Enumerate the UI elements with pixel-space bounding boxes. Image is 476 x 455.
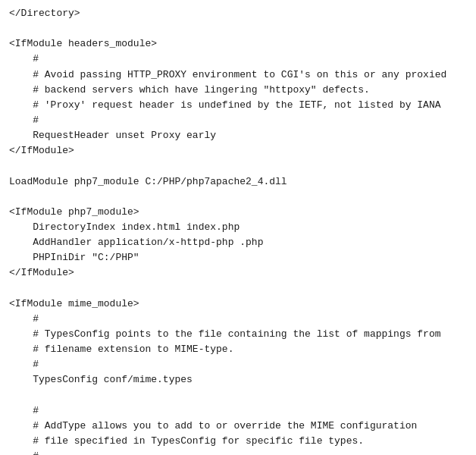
code-line: <IfModule php7_module> [9,205,467,220]
code-line: # [9,449,467,455]
code-line: DirectoryIndex index.html index.php [9,220,467,235]
code-line: PHPIniDir "C:/PHP" [9,250,467,265]
code-line: # [9,113,467,128]
code-line: # [9,357,467,372]
code-line: RequestHeader unset Proxy early [9,128,467,143]
code-line: # TypesConfig points to the file contain… [9,327,467,342]
code-line: # Avoid passing HTTP_PROXY environment t… [9,67,467,83]
code-line: </IfModule> [9,265,467,281]
code-line: LoadModule php7_module C:/PHP/php7apache… [9,174,467,190]
code-line [9,281,467,297]
code-line: # file specified in TypesConfig for spec… [9,434,467,449]
code-line [9,21,467,36]
code-line [9,190,467,205]
code-line: <IfModule headers_module> [9,36,467,52]
code-line: # [9,403,467,419]
code-line: </IfModule> [9,143,467,158]
code-line: AddHandler application/x-httpd-php .php [9,235,467,250]
code-line: <IfModule mime_module> [9,297,467,312]
code-line: # [9,52,467,67]
code-line: TypesConfig conf/mime.types [9,372,467,388]
code-line: # filename extension to MIME-type. [9,342,467,357]
code-line: # AddType allows you to add to or overri… [9,419,467,434]
code-line: # 'Proxy' request header is undefined by… [9,98,467,113]
code-line: # [9,312,467,327]
code-viewer: </Directory> <IfModule headers_module> #… [9,6,467,455]
code-line [9,388,467,403]
code-line: </Directory> [9,6,467,21]
code-line [9,158,467,174]
code-line: # backend servers which have lingering "… [9,83,467,98]
